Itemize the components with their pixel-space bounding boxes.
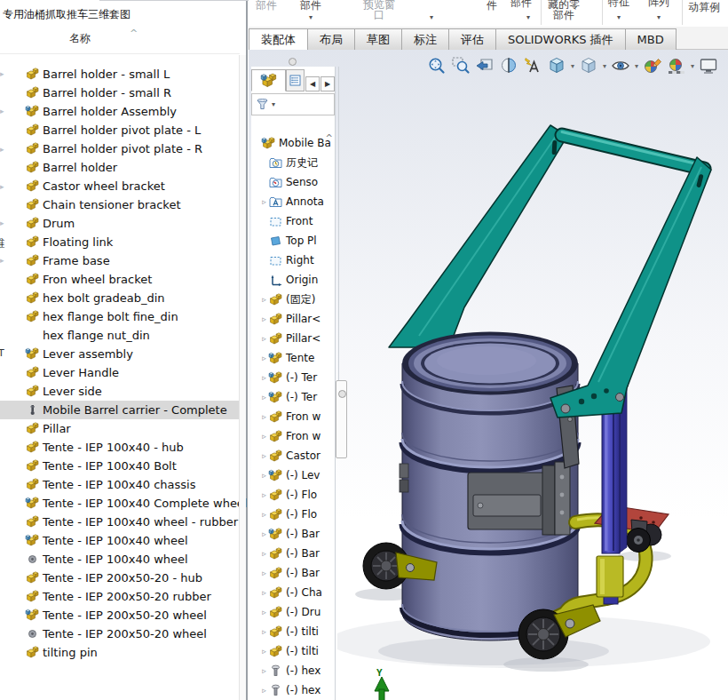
panel-splitter-grip[interactable]	[289, 58, 297, 66]
list-item[interactable]: Barrel holder pivot plate - L	[0, 121, 241, 139]
expand-arrow-icon[interactable]: ▹	[260, 373, 268, 382]
dropdown-caret-icon[interactable]: ▾	[526, 13, 530, 21]
ribbon-button-fragment[interactable]: 预览窗口	[360, 0, 398, 20]
tree-item[interactable]: ▹ (-) Lev	[251, 465, 336, 485]
list-item[interactable]: Tente - IEP 100x40 wheel	[0, 531, 241, 550]
tree-item[interactable]: ▹ Fron w	[251, 407, 336, 426]
expand-arrow-icon[interactable]: ▹	[260, 627, 268, 636]
tree-item[interactable]: ▹ (-) Dru	[251, 602, 336, 622]
expand-arrow-icon[interactable]: ▹	[260, 686, 268, 695]
edge-expand-icon[interactable]: ▸	[0, 107, 4, 115]
sort-ascending-icon[interactable]: ^	[130, 28, 138, 39]
panel-scroll-right[interactable]: ▶	[320, 76, 335, 91]
expand-arrow-icon[interactable]: ▹	[260, 510, 268, 519]
expand-arrow-icon[interactable]: ▹	[260, 588, 268, 597]
ribbon-button-fragment[interactable]: 藏的零部件	[543, 0, 584, 20]
list-item[interactable]: Tente - IEP 200x50-20 rubber	[0, 587, 241, 606]
tree-item[interactable]: ▹ (-) Bar	[251, 524, 336, 544]
dropdown-caret-icon[interactable]: ▾	[309, 13, 313, 21]
list-item[interactable]: Tente - IEP 200x50-20 - hub	[0, 569, 241, 587]
expand-arrow-icon[interactable]: ▹	[260, 295, 268, 304]
tree-filter[interactable]: ▾	[251, 93, 335, 115]
expand-arrow-icon[interactable]: ▹	[260, 197, 268, 206]
tree-item[interactable]: ▹ (-) tilti	[251, 641, 336, 661]
list-item[interactable]: Tente - IEP 100x40 wheel - rubber	[0, 513, 241, 531]
list-item[interactable]: Tente - IEP 100x40 chassis	[0, 475, 241, 494]
ribbon-tab[interactable]: 布局	[307, 28, 354, 51]
tree-item[interactable]: Mobile Ba ^	[251, 133, 336, 153]
expand-arrow-icon[interactable]: ▹	[260, 647, 268, 656]
list-item[interactable]: Barrel holder pivot plate - R	[0, 139, 241, 158]
dropdown-caret-icon[interactable]: ▾	[657, 13, 661, 21]
list-scrollbar-track[interactable]	[239, 55, 246, 700]
list-item[interactable]: Barrel holder - small L	[0, 65, 241, 84]
edge-expand-icon[interactable]: ▸	[0, 145, 4, 154]
expand-arrow-icon[interactable]: ▹	[260, 471, 268, 480]
tree-item[interactable]: Right	[251, 251, 336, 270]
dropdown-caret-icon[interactable]: ▾	[430, 13, 433, 21]
list-item[interactable]: hex flange nut_din	[0, 326, 241, 345]
tree-item[interactable]: ▹ (固定)	[251, 290, 336, 309]
tree-item[interactable]: ▹ (-) Ter	[251, 387, 336, 407]
edge-expand-icon[interactable]: ▸	[0, 256, 4, 265]
tree-item[interactable]: ▹ (-) tilti	[251, 622, 336, 641]
tree-item[interactable]: ▹ (-) Bar	[251, 563, 336, 583]
list-item[interactable]: Tente - IEP 200x50-20 wheel	[0, 624, 241, 643]
ribbon-button-fragment[interactable]: 动算例	[688, 0, 720, 15]
column-name-label[interactable]: 名称	[69, 31, 91, 46]
edge-expand-icon[interactable]: ▸	[0, 182, 4, 191]
list-item[interactable]: Barrel holder Assembly	[0, 102, 241, 121]
list-item[interactable]: Pillar	[0, 419, 241, 438]
tree-item[interactable]: ▹ Tente	[251, 348, 336, 368]
ribbon-tab[interactable]: 评估	[448, 28, 495, 51]
tree-item[interactable]: ▹ (-) hex	[251, 680, 336, 700]
tree-item[interactable]: ▹ Pillar<	[251, 329, 336, 348]
tab-property-manager[interactable]	[286, 69, 305, 91]
expand-arrow-icon[interactable]: ▹	[260, 549, 268, 558]
list-item[interactable]: Mobile Barrel carrier - Complete	[0, 401, 241, 419]
tree-item[interactable]: ▹ (-) Flo	[251, 485, 336, 505]
expand-arrow-icon[interactable]: ▹	[260, 314, 268, 323]
expand-arrow-icon[interactable]: ▹	[260, 354, 268, 362]
list-item[interactable]: Lever assembly	[0, 345, 241, 363]
dropdown-caret-icon[interactable]: ▾	[617, 13, 621, 21]
tree-item[interactable]: ▹ Fron w	[251, 426, 336, 446]
edge-expand-icon[interactable]: ▸	[0, 219, 4, 227]
list-item[interactable]: Tente - IEP 100x40 wheel	[0, 550, 241, 569]
tab-feature-tree[interactable]	[251, 69, 286, 91]
edge-expand-icon[interactable]: ▸	[0, 69, 4, 78]
expand-arrow-icon[interactable]: ▹	[260, 490, 268, 499]
tree-item[interactable]: ▹ Annota	[251, 192, 336, 211]
ribbon-button-fragment[interactable]: 部件	[256, 0, 277, 13]
tree-item[interactable]: ▹ (-) Bar	[251, 544, 336, 563]
tree-item[interactable]: Senso	[251, 172, 336, 192]
panel-splitter[interactable]	[336, 380, 347, 458]
3d-model-barrel-carrier[interactable]	[337, 68, 728, 700]
list-column-header[interactable]: 名称 ^	[0, 27, 240, 54]
list-item[interactable]: Lever side	[0, 382, 241, 401]
list-item[interactable]: Barrel holder	[0, 158, 241, 177]
list-item[interactable]: hex flange bolt fine_din	[0, 307, 241, 326]
list-item[interactable]: Tente - IEP 100x40 - hub	[0, 438, 241, 457]
list-item[interactable]: Chain tensioner bracket	[0, 195, 241, 214]
ribbon-tab[interactable]: 装配体	[249, 28, 307, 51]
expand-arrow-icon[interactable]: ▹	[260, 666, 268, 675]
expand-arrow-icon[interactable]: ▹	[260, 451, 268, 460]
expand-arrow-icon[interactable]: ▹	[260, 608, 268, 616]
graphics-viewport[interactable]: ▾ ▾ ▾ ▾	[249, 50, 728, 700]
ribbon-tab[interactable]: 标注	[401, 28, 448, 51]
tree-item[interactable]: Front	[251, 211, 336, 231]
list-item[interactable]: hex bolt gradeab_din	[0, 289, 241, 307]
tree-item[interactable]: ▹ (-) hex	[251, 661, 336, 680]
list-item[interactable]: Frame base	[0, 251, 241, 270]
expand-arrow-icon[interactable]: ▹	[260, 432, 268, 441]
panel-scroll-left[interactable]: ◀	[305, 76, 320, 91]
ribbon-button-fragment[interactable]: 部件	[300, 0, 321, 13]
tree-item[interactable]: Origin	[251, 270, 336, 290]
list-item[interactable]: Floating link	[0, 233, 241, 251]
ribbon-button-fragment[interactable]: 阵列	[648, 0, 669, 10]
handle-frame[interactable]	[389, 125, 704, 347]
list-item[interactable]: tilting pin	[0, 643, 241, 662]
ribbon-button-fragment[interactable]: 特征	[608, 0, 629, 10]
ribbon-tab[interactable]: MBD	[625, 28, 677, 51]
